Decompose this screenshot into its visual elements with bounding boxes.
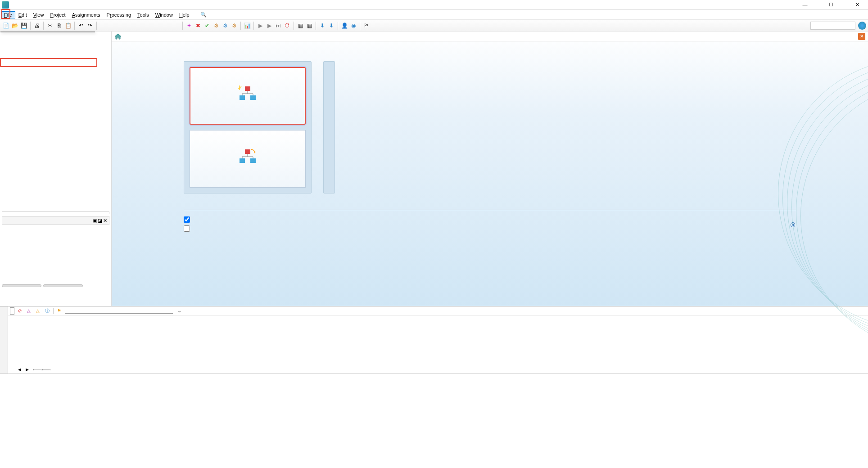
tb-chip1-icon[interactable]: ▦ bbox=[296, 22, 304, 30]
close-button[interactable]: ✕ bbox=[848, 2, 866, 8]
tb-gear2-icon[interactable]: ⚙ bbox=[221, 22, 229, 30]
svg-rect-4 bbox=[240, 158, 245, 163]
tb-help-icon[interactable]: ◉ bbox=[349, 22, 357, 30]
search-box[interactable] bbox=[810, 22, 855, 30]
panel-popout-icon[interactable]: ◪ bbox=[98, 218, 102, 224]
tb-undo-icon[interactable]: ↶ bbox=[77, 22, 85, 30]
maximize-button[interactable]: ☐ bbox=[822, 2, 840, 8]
tb-new-icon[interactable]: 📄 bbox=[2, 22, 10, 30]
msg-tab-system[interactable] bbox=[33, 369, 41, 370]
globe-icon[interactable] bbox=[858, 22, 866, 30]
search-input[interactable] bbox=[810, 22, 855, 30]
msg-tab-processing[interactable] bbox=[42, 369, 50, 370]
titlebar: — ☐ ✕ bbox=[0, 0, 868, 10]
left-sidebar: ▣ ◪ ✕ bbox=[0, 32, 112, 306]
tb-gear1-icon[interactable]: ⚙ bbox=[212, 22, 220, 30]
customize-button[interactable] bbox=[2, 212, 109, 214]
messages-search[interactable] bbox=[65, 308, 173, 314]
annotation-npw-highlight bbox=[0, 58, 97, 67]
tb-user-icon[interactable]: 👤 bbox=[340, 22, 348, 30]
svg-rect-5 bbox=[250, 158, 256, 163]
tb-cut-icon[interactable]: ✂ bbox=[46, 22, 54, 30]
filter-critical-icon[interactable]: △ bbox=[25, 307, 32, 315]
tb-paste-icon[interactable]: 📋 bbox=[64, 22, 72, 30]
svg-rect-0 bbox=[245, 86, 250, 91]
messages-header bbox=[8, 315, 868, 319]
menu-window[interactable]: Window bbox=[152, 11, 176, 18]
tb-clock-icon[interactable]: ⏱ bbox=[283, 22, 291, 30]
tb-chip2-icon[interactable]: ▦ bbox=[305, 22, 313, 30]
tb-print-icon[interactable]: 🖨 bbox=[33, 22, 41, 30]
toolbar: 📄 📂 💾 🖨 ✂ ⎘ 📋 ↶ ↷ ✦ ✖ ✔ ⚙ ⚙ ⚙ 📊 ▶ ▶ ⏭ ⏱ … bbox=[0, 20, 868, 32]
filter-flag-icon[interactable]: ⚑ bbox=[55, 307, 63, 315]
filter-warning-icon[interactable]: △ bbox=[34, 307, 41, 315]
tb-wand-icon[interactable]: ✦ bbox=[185, 22, 193, 30]
menubar: File Edit View Project Assignments Proce… bbox=[0, 10, 868, 20]
panel-pin-icon[interactable]: ▣ bbox=[92, 218, 97, 224]
tb-play2-icon[interactable]: ▶ bbox=[265, 22, 273, 30]
tb-redo-icon[interactable]: ↷ bbox=[86, 22, 94, 30]
home-icon[interactable] bbox=[114, 33, 122, 40]
tb-step-icon[interactable]: ⏭ bbox=[274, 22, 282, 30]
open-project-card[interactable] bbox=[190, 130, 306, 188]
menu-edit[interactable]: Edit bbox=[15, 11, 30, 18]
panel-header: ▣ ◪ ✕ bbox=[2, 216, 109, 225]
tb-stop-icon[interactable]: ✖ bbox=[194, 22, 202, 30]
menu-help[interactable]: Help bbox=[176, 11, 193, 18]
dont-show-checkbox[interactable] bbox=[184, 225, 194, 232]
tb-report-icon[interactable]: 📊 bbox=[243, 22, 251, 30]
new-project-wizard-card[interactable] bbox=[190, 67, 306, 125]
resize-handles[interactable] bbox=[2, 284, 83, 288]
menu-assignments[interactable]: Assignments bbox=[69, 11, 104, 18]
filter-info-icon[interactable]: ⓘ bbox=[43, 307, 51, 315]
filter-error-icon[interactable]: ⊘ bbox=[16, 307, 23, 315]
tb-flag-icon[interactable]: 🏳 bbox=[362, 22, 371, 30]
minimize-button[interactable]: — bbox=[796, 2, 814, 8]
statusbar bbox=[0, 374, 868, 382]
tb-check-icon[interactable]: ✔ bbox=[203, 22, 211, 30]
messages-panel: ⊘ △ △ ⓘ ⚑ ⌄ ◄► bbox=[0, 306, 868, 374]
svg-rect-3 bbox=[245, 149, 250, 154]
tb-dl1-icon[interactable]: ⬇ bbox=[318, 22, 326, 30]
tb-gear3-icon[interactable]: ⚙ bbox=[230, 22, 238, 30]
menu-tools[interactable]: Tools bbox=[134, 11, 152, 18]
search-dropdown-icon[interactable]: ⌄ bbox=[177, 308, 181, 314]
menu-view[interactable]: View bbox=[30, 11, 47, 18]
app-icon bbox=[2, 1, 9, 9]
altera-logo: ® bbox=[791, 216, 796, 230]
file-dropdown bbox=[0, 32, 95, 32]
tb-dl2-icon[interactable]: ⬇ bbox=[327, 22, 335, 30]
close-after-load-checkbox[interactable] bbox=[184, 216, 194, 223]
messages-vtab[interactable] bbox=[0, 306, 8, 374]
tab-close-icon[interactable]: ✕ bbox=[858, 33, 865, 40]
tb-open-icon[interactable]: 📂 bbox=[11, 22, 19, 30]
menu-project[interactable]: Project bbox=[47, 11, 68, 18]
filter-all[interactable] bbox=[10, 307, 14, 315]
main-content: ✕ bbox=[112, 32, 868, 306]
menu-processing[interactable]: Processing bbox=[104, 11, 134, 18]
menu-file[interactable]: File bbox=[1, 11, 15, 18]
tb-save-icon[interactable]: 💾 bbox=[20, 22, 28, 30]
panel-close-icon[interactable]: ✕ bbox=[103, 218, 107, 224]
menu-search-icon[interactable]: 🔍 bbox=[197, 11, 210, 18]
tab-bar: ✕ bbox=[112, 32, 868, 41]
tb-play-icon[interactable]: ▶ bbox=[256, 22, 264, 30]
tb-copy-icon[interactable]: ⎘ bbox=[55, 22, 63, 30]
svg-rect-2 bbox=[250, 95, 256, 100]
svg-rect-1 bbox=[240, 95, 245, 100]
